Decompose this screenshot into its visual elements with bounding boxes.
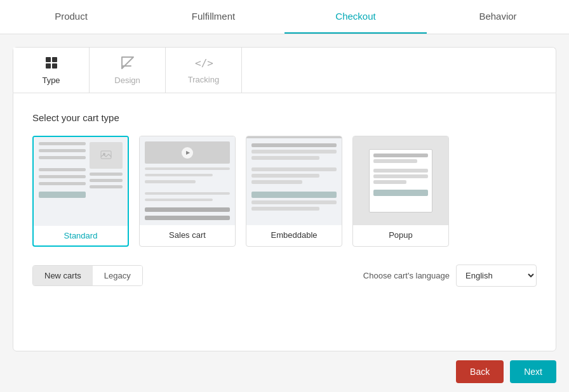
tab-fulfillment[interactable]: Fulfillment bbox=[142, 0, 284, 34]
sub-tab-design[interactable]: Design bbox=[90, 48, 166, 93]
toggle-new-carts[interactable]: New carts bbox=[33, 266, 93, 285]
language-select[interactable]: English French Spanish German Italian Po… bbox=[456, 265, 537, 287]
footer-nav: Back Next bbox=[0, 351, 569, 392]
tab-behavior[interactable]: Behavior bbox=[427, 0, 569, 34]
cart-card-sales[interactable]: ▶ Sales cart bbox=[139, 136, 236, 247]
design-icon bbox=[120, 55, 135, 73]
cart-card-image-standard bbox=[34, 137, 128, 226]
cart-label-popup: Popup bbox=[389, 225, 413, 245]
svg-rect-3 bbox=[52, 63, 57, 69]
cart-card-image-popup bbox=[353, 136, 448, 225]
cart-label-embeddable: Embeddable bbox=[271, 225, 318, 245]
next-button[interactable]: Next bbox=[510, 360, 556, 383]
sub-tab-tracking[interactable]: </> Tracking bbox=[166, 48, 242, 93]
content-box: Select your cart type bbox=[13, 93, 556, 351]
cart-card-image-embeddable bbox=[246, 136, 342, 225]
sub-tab-type[interactable]: Type bbox=[13, 48, 90, 93]
tab-checkout[interactable]: Checkout bbox=[284, 0, 427, 34]
cart-card-embeddable[interactable]: Embeddable bbox=[246, 136, 342, 247]
svg-rect-0 bbox=[46, 57, 51, 62]
language-section: Choose cart's language English French Sp… bbox=[363, 265, 537, 287]
grid-icon bbox=[44, 55, 59, 73]
main-content: Type Design </> Tracking Select your car… bbox=[0, 34, 569, 351]
play-icon: ▶ bbox=[182, 147, 193, 159]
svg-text:</>: </> bbox=[195, 57, 213, 69]
language-label: Choose cart's language bbox=[363, 271, 450, 280]
cart-card-standard[interactable]: Standard bbox=[32, 136, 129, 247]
tab-product[interactable]: Product bbox=[0, 0, 142, 34]
toggle-legacy[interactable]: Legacy bbox=[93, 266, 142, 285]
bottom-bar: New carts Legacy Choose cart's language … bbox=[32, 265, 537, 287]
cart-card-image-sales: ▶ bbox=[140, 136, 235, 225]
cart-label-sales: Sales cart bbox=[169, 225, 206, 245]
cart-label-standard: Standard bbox=[64, 226, 98, 245]
cart-mode-toggle: New carts Legacy bbox=[32, 265, 143, 286]
cart-types: Standard ▶ bbox=[32, 136, 537, 247]
section-title: Select your cart type bbox=[32, 112, 537, 123]
svg-rect-2 bbox=[46, 63, 51, 69]
cart-card-popup[interactable]: Popup bbox=[352, 136, 449, 247]
code-icon: </> bbox=[195, 56, 213, 72]
sub-tabs-panel: Type Design </> Tracking bbox=[13, 47, 556, 93]
top-nav: Product Fulfillment Checkout Behavior bbox=[0, 0, 569, 34]
svg-rect-1 bbox=[52, 57, 57, 62]
back-button[interactable]: Back bbox=[456, 360, 504, 383]
